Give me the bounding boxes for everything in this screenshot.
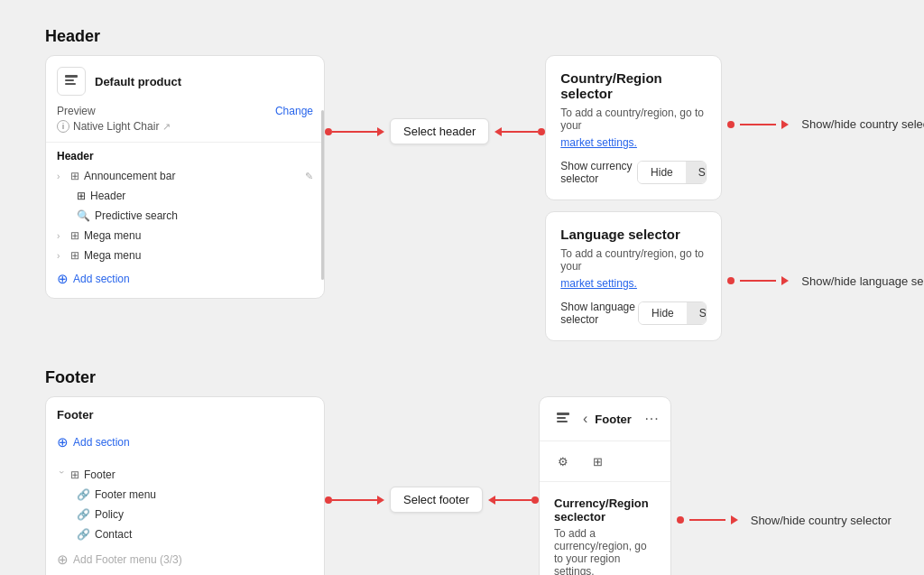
grid-icon-footer[interactable]: ⊞ xyxy=(585,449,610,474)
arrow-line xyxy=(332,131,377,133)
language-show-btn[interactable]: Show xyxy=(687,302,707,324)
announcement-label: Announcement bar xyxy=(84,170,300,182)
preview-label: Preview xyxy=(57,105,96,117)
external-icon: ↗ xyxy=(162,121,171,133)
predictive-label: Predictive search xyxy=(95,209,178,222)
footer-card-body: Currency/Region seclector To add a curre… xyxy=(540,482,670,575)
chevron-icon: › xyxy=(57,172,66,181)
svg-rect-5 xyxy=(557,421,568,422)
header-right-block: Country/Region selector To add a country… xyxy=(545,55,924,341)
link-icon-2: 🔗 xyxy=(77,508,90,521)
footer-section-group: › ⊞ Footer 🔗 Footer menu 🔗 Policy xyxy=(46,458,324,544)
country-card-link[interactable]: market settings. xyxy=(560,136,637,149)
plus-icon-footer: ⊕ xyxy=(57,434,69,450)
plus-icon: ⊕ xyxy=(57,271,69,287)
footer-arrow-block: Select footer xyxy=(325,396,539,513)
panel-toolbar: Preview Change i Native Light Chair ↗ xyxy=(46,105,324,143)
header-item-label: Header xyxy=(90,190,125,202)
plus-icon-disabled: ⊕ xyxy=(57,552,69,568)
tree-contact[interactable]: 🔗 Contact xyxy=(57,524,313,544)
svg-rect-4 xyxy=(557,417,566,419)
arrow-dot-right xyxy=(538,128,545,135)
tree-item-header[interactable]: ⊞ Header xyxy=(57,186,313,206)
ann-line-2 xyxy=(740,280,776,282)
arrow-line-r xyxy=(502,131,538,133)
language-card-link[interactable]: market settings. xyxy=(560,277,637,290)
grid-icon-4: ⊞ xyxy=(70,249,79,262)
change-button[interactable]: Change xyxy=(275,105,313,117)
footer-left-panel: Footer ⊕ Add section › ⊞ Footer xyxy=(45,396,325,575)
f-ann-line-1 xyxy=(689,519,725,521)
add-footer-menu-button: ⊕ Add Footer menu (3/3) xyxy=(46,544,324,575)
language-selector-card: Language selector To add a country/regio… xyxy=(545,211,722,341)
footer-section: Footer Footer ⊕ Add section xyxy=(45,368,879,575)
f-country-ann-text: Show/hide country selector xyxy=(751,514,892,527)
footer-arrow-dot-left xyxy=(325,496,332,504)
country-region-card: Country/Region selector To add a country… xyxy=(545,55,722,200)
footer-card-title: Footer xyxy=(595,413,631,426)
scrollbar[interactable] xyxy=(321,110,324,280)
footer-arrowhead xyxy=(377,496,384,505)
panel-icon-box-footer xyxy=(550,406,576,431)
language-card-desc: To add a country/region, go to your xyxy=(560,247,707,273)
footer-arrow-line xyxy=(332,499,377,501)
currency-selector-row: Show currency selector Hide Show xyxy=(560,160,707,185)
panel-icon xyxy=(57,67,86,96)
tree-item-footer[interactable]: › ⊞ Footer xyxy=(57,465,313,485)
language-annotation: Show/hide language selector xyxy=(727,274,924,288)
header-section: Header Default product xyxy=(45,27,879,341)
tree-item-mega1[interactable]: › ⊞ Mega menu xyxy=(57,226,313,246)
panel-title: Default product xyxy=(95,75,181,88)
svg-rect-0 xyxy=(65,75,78,78)
svg-rect-2 xyxy=(65,83,76,85)
tree-footer-menu[interactable]: 🔗 Footer menu xyxy=(57,485,313,505)
footer-menu-label: Footer menu xyxy=(95,488,156,501)
footer-arrowhead-r xyxy=(488,496,495,505)
footer-panel-top: Footer xyxy=(46,408,324,431)
header-title: Header xyxy=(45,27,879,46)
currency-show-btn[interactable]: Show xyxy=(686,162,707,183)
back-chevron[interactable]: ‹ xyxy=(583,411,587,427)
country-annotation: Show/hide country selector xyxy=(727,117,924,131)
footer-arrow-dot-right xyxy=(531,496,539,504)
country-card-title: Country/Region selector xyxy=(560,70,707,101)
add-section-button[interactable]: ⊕ Add section xyxy=(46,265,324,287)
grid-icon: ⊞ xyxy=(70,170,79,182)
svg-rect-1 xyxy=(65,79,74,81)
footer-right-block: ‹ Footer ··· ⚙ ⊞ Currency/Regio xyxy=(539,396,901,575)
footer-title: Footer xyxy=(45,368,879,387)
gear-icon[interactable]: ⚙ xyxy=(550,449,576,474)
language-card-title: Language selector xyxy=(560,227,707,242)
country-ann-text: Show/hide country selector xyxy=(801,117,924,131)
footer-icons-row: ⚙ ⊞ xyxy=(540,441,670,482)
f-ann-head-1 xyxy=(731,515,738,524)
select-footer-label: Select footer xyxy=(390,487,483,513)
ann-dot-2 xyxy=(727,277,735,284)
contact-label: Contact xyxy=(95,528,132,541)
header-arrow-block: Select header xyxy=(325,55,545,144)
mega2-label: Mega menu xyxy=(84,249,313,262)
panel-top: Default product xyxy=(46,67,324,105)
grid-icon-3: ⊞ xyxy=(70,229,79,242)
tree-item-predictive[interactable]: 🔍 Predictive search xyxy=(57,206,313,226)
header-left-panel: Default product Preview Change i Native … xyxy=(45,55,325,299)
preview-path: i Native Light Chair ↗ xyxy=(57,120,313,133)
ann-line-1 xyxy=(740,124,776,125)
tree-policy[interactable]: 🔗 Policy xyxy=(57,505,313,524)
arrowhead-right xyxy=(494,127,502,136)
footer-add-section[interactable]: ⊕ Add section xyxy=(46,431,324,458)
footer-card-header: ‹ Footer ··· xyxy=(540,397,670,441)
group-label: Header xyxy=(57,150,313,162)
grid-icon-2: ⊞ xyxy=(77,190,86,202)
country-card-desc: To add a country/region, go to your xyxy=(560,107,707,132)
tree-item-announcement[interactable]: › ⊞ Announcement bar ✎ xyxy=(57,166,313,186)
f-ann-dot-1 xyxy=(677,516,684,524)
link-icon-3: 🔗 xyxy=(77,528,90,541)
info-icon: i xyxy=(57,120,69,133)
language-hide-btn[interactable]: Hide xyxy=(639,302,687,324)
more-icon[interactable]: ··· xyxy=(644,411,659,427)
ann-head-2 xyxy=(781,276,789,285)
tree-item-mega2[interactable]: › ⊞ Mega menu xyxy=(57,246,313,265)
footer-right-card: ‹ Footer ··· ⚙ ⊞ Currency/Regio xyxy=(539,396,671,575)
currency-hide-btn[interactable]: Hide xyxy=(638,162,686,183)
